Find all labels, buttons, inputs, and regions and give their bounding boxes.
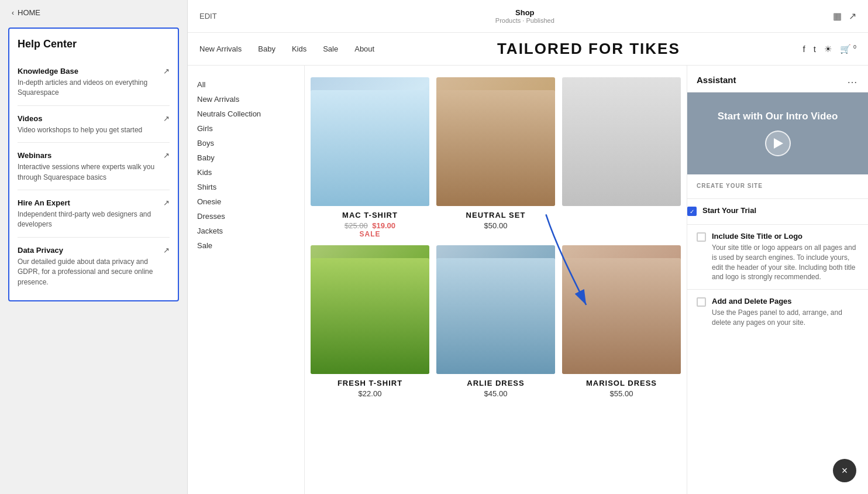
create-site-label: CREATE YOUR SITE <box>697 183 859 189</box>
shop-label: Shop <box>495 8 554 17</box>
top-bar-right: ▦ ↗ <box>833 11 856 22</box>
external-link-icon-3: ↗ <box>163 198 170 207</box>
assistant-panel: Assistant … Start with Our Intro Video C… <box>687 66 868 494</box>
shop-info: Shop Products · Published <box>495 8 554 24</box>
checkbox-title-logo[interactable] <box>697 232 706 242</box>
price-neutral: $50.00 <box>484 221 508 230</box>
category-girls[interactable]: Girls <box>197 121 295 136</box>
home-link[interactable]: ‹ HOME <box>0 0 187 25</box>
checklist-title-title-logo: Include Site Title or Logo <box>712 232 859 241</box>
product-area: MAC T-SHIRT $25.00 $19.00 SALE NEUTRAL S… <box>305 66 687 494</box>
intro-video-label: Start with Our Intro Video <box>718 111 838 122</box>
external-link-icon-1: ↗ <box>163 114 170 123</box>
expand-icon[interactable]: ↗ <box>849 11 856 22</box>
help-center-title: Help Center <box>18 38 170 50</box>
nav-item-sale[interactable]: Sale <box>323 44 338 53</box>
nav-item-baby[interactable]: Baby <box>258 44 275 53</box>
product-card-marisol-dress[interactable]: MARISOL DRESS $55.00 <box>562 245 681 398</box>
checklist-text-title-logo: Include Site Title or Logo Your site tit… <box>712 232 859 282</box>
category-all[interactable]: All <box>197 77 295 92</box>
assistant-more-icon[interactable]: … <box>847 74 859 86</box>
videos-title: Videos <box>18 114 42 123</box>
product-name-neutral: NEUTRAL SET <box>466 211 526 219</box>
product-image-mac <box>311 77 429 206</box>
assistant-header: Assistant … <box>687 66 868 92</box>
checkbox-pages[interactable] <box>697 297 706 307</box>
product-card-mac-tshirt[interactable]: MAC T-SHIRT $25.00 $19.00 SALE <box>311 77 429 238</box>
external-link-icon-0: ↗ <box>163 67 170 76</box>
category-kids[interactable]: Kids <box>197 165 295 180</box>
product-price-arlie: $45.00 <box>484 389 508 398</box>
product-price-marisol: $55.00 <box>610 389 633 398</box>
category-new-arrivals[interactable]: New Arrivals <box>197 92 295 107</box>
site-social: f t ☀ 🛒 0 <box>802 44 856 54</box>
play-button[interactable] <box>765 131 791 156</box>
category-boys[interactable]: Boys <box>197 136 295 150</box>
product-price-mac: $25.00 $19.00 SALE <box>345 221 395 238</box>
data-privacy-title: Data Privacy <box>18 246 63 255</box>
help-item-hire-expert[interactable]: Hire An Expert ↗ Independent third-party… <box>18 191 170 238</box>
nav-item-about[interactable]: About <box>354 44 374 53</box>
site-title: TAILORED FOR TIKES <box>391 40 786 58</box>
help-item-videos[interactable]: Videos ↗ Video workshops to help you get… <box>18 107 170 143</box>
price-original-mac: $25.00 <box>345 221 368 230</box>
product-image-marisol <box>562 245 681 374</box>
intro-video-block: Start with Our Intro Video <box>687 92 868 174</box>
checklist-text-pages: Add and Delete Pages Use the Pages panel… <box>712 297 859 328</box>
category-shirts[interactable]: Shirts <box>197 180 295 194</box>
checklist-item-pages[interactable]: Add and Delete Pages Use the Pages panel… <box>687 290 868 335</box>
product-card-fresh-tshirt[interactable]: FRESH T-SHIRT $22.00 <box>311 245 429 398</box>
category-sale[interactable]: Sale <box>197 238 295 253</box>
knowledge-base-desc: In-depth articles and videos on everythi… <box>18 78 170 98</box>
help-item-data-privacy[interactable]: Data Privacy ↗ Our detailed guide about … <box>18 239 170 294</box>
instagram-icon[interactable]: ☀ <box>824 44 832 54</box>
cart-icon[interactable]: 🛒 0 <box>840 44 856 54</box>
external-link-icon-4: ↗ <box>163 246 170 255</box>
top-bar: EDIT Shop Products · Published ▦ ↗ <box>188 0 868 33</box>
mobile-icon[interactable]: ▦ <box>833 11 842 22</box>
site-nav: New Arrivals Baby Kids Sale About TAILOR… <box>188 33 868 66</box>
left-panel: ‹ HOME Help Center Knowledge Base ↗ In-d… <box>0 0 187 494</box>
checklist-text-trial: Start Your Trial <box>702 206 756 217</box>
price-arlie: $45.00 <box>484 389 508 398</box>
help-center-box: Help Center Knowledge Base ↗ In-depth ar… <box>8 28 179 301</box>
assistant-title: Assistant <box>697 75 736 85</box>
help-item-knowledge-base[interactable]: Knowledge Base ↗ In-depth articles and v… <box>18 60 170 106</box>
facebook-icon[interactable]: f <box>802 44 805 54</box>
category-dresses[interactable]: Dresses <box>197 209 295 224</box>
twitter-icon[interactable]: t <box>814 44 816 54</box>
price-fresh: $22.00 <box>359 389 382 398</box>
chevron-left-icon: ‹ <box>12 9 14 17</box>
product-image-arlie <box>436 245 555 374</box>
product-card-arlie-dress[interactable]: ARLIE DRESS $45.00 <box>436 245 555 398</box>
category-jackets[interactable]: Jackets <box>197 224 295 238</box>
product-image-neutral <box>436 77 555 206</box>
checklist-item-trial[interactable]: Start Your Trial <box>687 199 868 225</box>
nav-item-new-arrivals[interactable]: New Arrivals <box>199 44 242 53</box>
edit-label[interactable]: EDIT <box>199 12 217 20</box>
close-button[interactable]: × <box>833 459 856 482</box>
product-name-fresh: FRESH T-SHIRT <box>337 379 402 387</box>
help-item-webinars[interactable]: Webinars ↗ Interactive sessions where ex… <box>18 144 170 190</box>
product-name-marisol: MARISOL DRESS <box>586 379 657 387</box>
product-name-arlie: ARLIE DRESS <box>467 379 524 387</box>
checklist-item-title-logo[interactable]: Include Site Title or Logo Your site tit… <box>687 225 868 290</box>
category-baby[interactable]: Baby <box>197 150 295 165</box>
home-label: HOME <box>18 8 40 17</box>
nav-item-kids[interactable]: Kids <box>292 44 306 53</box>
category-neutrals[interactable]: Neutrals Collection <box>197 107 295 121</box>
shop-sidebar: All New Arrivals Neutrals Collection Gir… <box>188 66 305 494</box>
main-content: EDIT Shop Products · Published ▦ ↗ New A… <box>187 0 868 494</box>
webinars-desc: Interactive sessions where experts walk … <box>18 162 170 183</box>
shop-layout: All New Arrivals Neutrals Collection Gir… <box>188 66 868 494</box>
product-card-neutral-set[interactable]: NEUTRAL SET $50.00 <box>436 77 555 238</box>
checklist-desc-pages: Use the Pages panel to add, arrange, and… <box>712 308 859 328</box>
knowledge-base-title: Knowledge Base <box>18 67 78 76</box>
videos-desc: Video workshops to help you get started <box>18 125 170 135</box>
products-grid: MAC T-SHIRT $25.00 $19.00 SALE NEUTRAL S… <box>311 71 681 398</box>
hire-expert-desc: Independent third-party web designers an… <box>18 210 170 230</box>
play-triangle-icon <box>774 138 783 149</box>
checkbox-trial[interactable] <box>687 207 697 216</box>
category-onesie[interactable]: Onesie <box>197 194 295 209</box>
product-price-fresh: $22.00 <box>359 389 382 398</box>
